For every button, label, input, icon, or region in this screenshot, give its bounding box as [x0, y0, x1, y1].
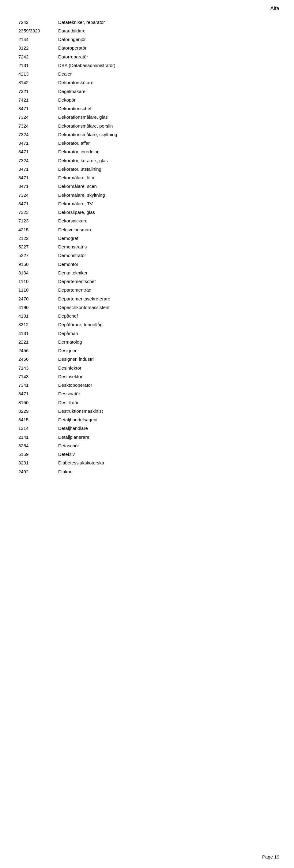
- entry-label: Defibratorskötare: [58, 79, 269, 86]
- entry-label: Dekopör: [58, 96, 269, 103]
- entry-label: Detektiv: [58, 451, 269, 458]
- page-footer: Page 19: [262, 854, 279, 860]
- table-row: 4190Depeschkontorsassistent: [18, 303, 269, 311]
- table-row: 2470Departementssekreterare: [18, 294, 269, 303]
- entry-label: Detaschör: [58, 442, 269, 449]
- table-row: 7341Desktopoperatör: [18, 381, 269, 390]
- entry-code: 4131: [18, 330, 58, 337]
- table-row: 2122Demograf: [18, 234, 269, 242]
- table-row: 7323Dekorslipare, glas: [18, 208, 269, 217]
- entry-label: Depåman: [58, 330, 269, 337]
- entry-label: Dekormålare, TV: [58, 200, 269, 207]
- entry-label: Designer: [58, 347, 269, 354]
- entry-label: Detaljhandelsagent: [58, 416, 269, 423]
- entry-code: 2131: [18, 62, 58, 69]
- entry-code: 5159: [18, 451, 58, 458]
- table-row: 3471Dessinatör: [18, 390, 269, 398]
- entry-code: 4213: [18, 70, 58, 78]
- entry-label: Desinsektör: [58, 373, 269, 380]
- table-row: 4213Dealer: [18, 70, 269, 78]
- entry-code: 3471: [18, 140, 58, 147]
- entry-code: 9150: [18, 261, 58, 268]
- entry-code: 4131: [18, 312, 58, 319]
- entry-code: 7242: [18, 19, 58, 26]
- table-row: 3471Dekoratör, utställning: [18, 165, 269, 173]
- entry-label: Dekorsnickare: [58, 217, 269, 224]
- table-row: 8229Destruktionsmaskinist: [18, 407, 269, 415]
- entry-label: Demontör: [58, 261, 269, 268]
- table-row: 7324Dekoratör, keramik, glas: [18, 156, 269, 165]
- entry-label: Datorreparatör: [58, 53, 269, 60]
- content-area: 7242Datatekniker, reparatör2359/3320Data…: [0, 15, 294, 494]
- entry-code: 7123: [18, 217, 58, 224]
- entry-code: 2456: [18, 355, 58, 363]
- entry-code: 2456: [18, 347, 58, 354]
- entry-code: 7324: [18, 114, 58, 121]
- entry-label: DBA (Databasadministratör): [58, 62, 269, 69]
- table-row: 2141Detaljplanerare: [18, 433, 269, 441]
- entry-label: Dermatolog: [58, 338, 269, 345]
- entry-code: 3471: [18, 390, 58, 397]
- table-row: 4131Depåchef: [18, 312, 269, 320]
- entry-code: 2141: [18, 434, 58, 441]
- entry-code: 1110: [18, 278, 58, 285]
- entry-label: Datoroperatör: [58, 44, 269, 52]
- table-row: 5159Detektiv: [18, 450, 269, 459]
- entry-label: Destillatör: [58, 399, 269, 406]
- entry-code: 7324: [18, 191, 58, 198]
- table-row: 7242Datatekniker, reparatör: [18, 18, 269, 26]
- entry-code: 2359/3320: [18, 27, 58, 34]
- table-row: 7123Dekorsnickare: [18, 217, 269, 225]
- table-row: 3471Dekoratör, inredning: [18, 148, 269, 156]
- table-row: 2456Designer: [18, 346, 269, 355]
- table-row: 3471Dekormålare, scen: [18, 182, 269, 191]
- entry-label: Diabetessjuksköterska: [58, 459, 269, 466]
- entry-label: Demograf: [58, 235, 269, 242]
- entry-code: 2122: [18, 235, 58, 242]
- table-row: 7242Datorreparatör: [18, 52, 269, 61]
- table-row: 8142Defibratorskötare: [18, 78, 269, 87]
- entry-code: 1110: [18, 286, 58, 293]
- entry-code: 7323: [18, 209, 58, 216]
- table-row: 7421Dekopör: [18, 95, 269, 104]
- entry-label: Dekoratör, inredning: [58, 148, 269, 155]
- table-row: 3471Dekorationschef: [18, 104, 269, 113]
- entry-code: 8264: [18, 442, 58, 449]
- entry-label: Dessinatör: [58, 390, 269, 397]
- table-row: 2131DBA (Databasadministratör): [18, 61, 269, 69]
- table-row: 7324Dekorationsmålare, glas: [18, 113, 269, 121]
- entry-label: Depåförare, tunneltåg: [58, 321, 269, 328]
- entry-code: 4215: [18, 226, 58, 233]
- table-row: 7324Dekormålare, skyltning: [18, 191, 269, 199]
- entry-label: Detaljplanerare: [58, 434, 269, 441]
- table-row: 5227Demonstratör: [18, 251, 269, 260]
- entry-label: Datatekniker, reparatör: [58, 19, 269, 26]
- table-row: 7143Desinfektör: [18, 364, 269, 372]
- table-row: 7321Degelmakare: [18, 87, 269, 95]
- table-row: 1110Departementschef: [18, 277, 269, 286]
- entry-code: 3471: [18, 200, 58, 207]
- entry-label: Dekoratör, keramik, glas: [58, 157, 269, 164]
- entry-label: Designer, industri: [58, 355, 269, 363]
- table-row: 3122Datoroperatör: [18, 44, 269, 52]
- entry-label: Dekormålare, skyltning: [58, 191, 269, 198]
- entry-code: 2470: [18, 295, 58, 302]
- entry-code: 7321: [18, 88, 58, 95]
- entry-label: Dekorationsmålare, glas: [58, 114, 269, 121]
- entry-code: 3231: [18, 459, 58, 466]
- entry-code: 8312: [18, 321, 58, 328]
- entry-label: Dekormålare, film: [58, 174, 269, 181]
- entry-code: 7242: [18, 53, 58, 60]
- entry-label: Depeschkontorsassistent: [58, 304, 269, 311]
- table-row: 2359/3320Datautbildare: [18, 26, 269, 35]
- entry-code: 4190: [18, 304, 58, 311]
- entry-label: Departementråd: [58, 286, 269, 293]
- entry-code: 2221: [18, 338, 58, 345]
- entry-label: Dekorationsmålare, porslin: [58, 122, 269, 129]
- table-row: 1110Departementråd: [18, 286, 269, 294]
- entry-code: 3122: [18, 44, 58, 52]
- table-row: 9150Demontör: [18, 260, 269, 268]
- table-row: 5227Demonstratris: [18, 243, 269, 251]
- table-row: 3471Dekormålare, film: [18, 174, 269, 182]
- entry-label: Datautbildare: [58, 27, 269, 34]
